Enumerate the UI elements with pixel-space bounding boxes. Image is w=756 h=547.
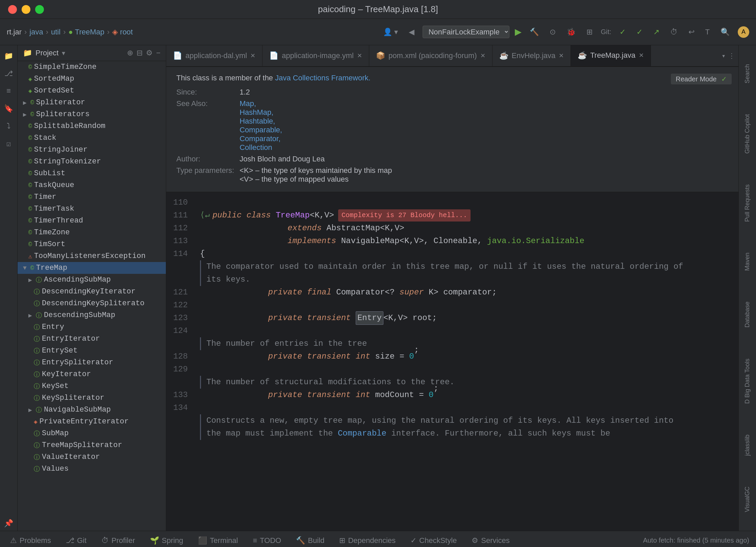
tree-item[interactable]: ⓘKeyIterator xyxy=(18,368,166,380)
tab-close-icon2[interactable]: ✕ xyxy=(357,52,362,59)
git-tick-button[interactable]: ✓ xyxy=(634,26,645,38)
tree-item[interactable]: ©TimerTask xyxy=(18,203,166,215)
sidebar-collapse-icon[interactable]: ⊟ xyxy=(136,49,143,57)
side-jclasslib-label[interactable]: jclasslib xyxy=(742,431,752,459)
coverage-button[interactable]: ⊙ xyxy=(547,26,558,38)
tab-treemap[interactable]: ☕ TreeMap.java ✕ xyxy=(571,45,651,66)
tree-item[interactable]: ▶ⓘNavigableSubMap xyxy=(18,404,166,416)
link-hashtable[interactable]: Hashtable, xyxy=(240,117,275,125)
tree-item[interactable]: ©SplittableRandom xyxy=(18,120,166,132)
activity-project[interactable]: 📁 xyxy=(1,49,16,63)
tree-item[interactable]: ©Stack xyxy=(18,132,166,144)
tab-application-dal[interactable]: 📄 application-dal.yml ✕ xyxy=(166,45,262,66)
tree-item[interactable]: ⓘSubMap xyxy=(18,427,166,439)
tree-item[interactable]: ⓘKeySet xyxy=(18,380,166,392)
services-button[interactable]: ⚙ Services xyxy=(468,535,513,546)
build-bottom-button[interactable]: 🔨 Build xyxy=(293,535,328,546)
tree-item[interactable]: ⓘTreeMapSpliterator xyxy=(18,439,166,451)
tree-item[interactable]: ⓘDescendingKeyIterator xyxy=(18,286,166,297)
tab-close-icon3[interactable]: ✕ xyxy=(480,52,485,59)
tab-overflow-icon[interactable]: ▾ xyxy=(722,52,726,60)
breadcrumb-jar[interactable]: rt.jar xyxy=(7,28,22,36)
dependencies-button[interactable]: ⊞ Dependencies xyxy=(336,535,399,546)
todo-button[interactable]: ≡ TODO xyxy=(249,535,284,546)
run-config-dropdown[interactable]: NonFairLockExample xyxy=(423,26,509,38)
minimize-button[interactable] xyxy=(22,5,30,14)
side-visualgc-label[interactable]: VisualGC xyxy=(742,483,752,516)
link-hashmap[interactable]: HashMap, xyxy=(240,108,273,116)
tree-item[interactable]: ©TimSort xyxy=(18,238,166,250)
tree-item[interactable]: ◈SortedSet xyxy=(18,85,166,97)
maximize-button[interactable] xyxy=(35,5,44,14)
activity-git[interactable]: ⎇ xyxy=(1,66,16,81)
link-comparable[interactable]: Comparable, xyxy=(240,126,282,134)
tree-item[interactable]: ©SubList xyxy=(18,167,166,179)
spring-button[interactable]: 🌱 Spring xyxy=(147,535,187,546)
link-collection[interactable]: Collection xyxy=(240,143,272,152)
tree-item-entry[interactable]: ⓘEntry xyxy=(18,321,166,333)
link-map[interactable]: Map, xyxy=(240,99,256,108)
tree-item[interactable]: ©TaskQueue xyxy=(18,179,166,191)
problems-button[interactable]: ⚠ Problems xyxy=(7,535,54,546)
side-search-label[interactable]: Search xyxy=(742,61,752,87)
search-top-button[interactable]: 🔍 xyxy=(718,26,732,38)
tree-item[interactable]: ◈PrivateEntryIterator xyxy=(18,416,166,427)
side-pullreq-label[interactable]: Pull Requests xyxy=(742,181,752,225)
tab-more-icon[interactable]: ⋮ xyxy=(728,52,735,60)
link-comparator[interactable]: Comparator, xyxy=(240,134,280,143)
tree-item[interactable]: ⓘEntrySpliterator xyxy=(18,357,166,368)
tab-application-image[interactable]: 📄 application-image.yml ✕ xyxy=(262,45,369,66)
run-button[interactable]: ▶ xyxy=(515,27,522,37)
tab-pom[interactable]: 📦 pom.xml (paicoding-forum) ✕ xyxy=(369,45,493,66)
doc-link-framework[interactable]: Java Collections Framework. xyxy=(275,74,370,82)
debug-button[interactable]: 🐞 xyxy=(564,26,578,38)
tree-item[interactable]: ⓘEntrySet xyxy=(18,345,166,357)
tree-item[interactable]: ©Timer xyxy=(18,191,166,203)
activity-structure[interactable]: ≡ xyxy=(1,84,16,99)
breadcrumb-java[interactable]: java xyxy=(29,28,43,36)
tree-item-treemap[interactable]: ▼©TreeMap xyxy=(18,262,166,274)
sidebar-minus-icon[interactable]: − xyxy=(156,49,160,57)
sidebar-settings-icon[interactable]: ⚙ xyxy=(146,49,153,57)
tab-close-icon[interactable]: ✕ xyxy=(250,52,255,59)
tree-item[interactable]: ⓘValueIterator xyxy=(18,451,166,463)
activity-bookmark[interactable]: 🔖 xyxy=(1,101,16,116)
tree-item[interactable]: ⓘValues xyxy=(18,463,166,475)
build-button[interactable]: 🔨 xyxy=(527,26,541,38)
more-run-button[interactable]: ⊞ xyxy=(584,26,595,38)
tab-close-icon4[interactable]: ✕ xyxy=(559,52,564,59)
git-push-button[interactable]: ↗ xyxy=(651,26,662,38)
tree-item[interactable]: ◈SortedMap xyxy=(18,73,166,85)
breadcrumb-treemap[interactable]: ● TreeMap xyxy=(68,28,104,36)
side-maven-label[interactable]: Maven xyxy=(742,249,752,274)
activity-bookmarks-bottom[interactable]: 📌 xyxy=(1,516,16,531)
git-bottom-button[interactable]: ⎇ Git xyxy=(62,535,90,546)
activity-pullreq[interactable]: ⤵ xyxy=(1,119,16,134)
tree-item[interactable]: ▶ⓘDescendingSubMap xyxy=(18,309,166,321)
code-content[interactable]: ⟨↵ public class TreeMap<K,V> Complexity … xyxy=(193,192,738,531)
translate-button[interactable]: T xyxy=(703,26,712,38)
reader-mode-button[interactable]: Reader Mode ✓ xyxy=(671,74,732,84)
activity-todo[interactable]: ☑ xyxy=(1,136,16,151)
checkstyle-button[interactable]: ✓ CheckStyle xyxy=(407,535,460,546)
tree-item[interactable]: ©SimpleTimeZone xyxy=(18,61,166,73)
tree-item[interactable]: ©StringJoiner xyxy=(18,144,166,156)
sidebar-new-file-icon[interactable]: ⊕ xyxy=(127,49,133,57)
back-button[interactable]: ◀ xyxy=(406,26,417,38)
tree-item[interactable]: ©StringTokenizer xyxy=(18,156,166,167)
side-bigdata-label[interactable]: D Big Data Tools xyxy=(742,355,752,407)
tab-envhelp[interactable]: ☕ EnvHelp.java ✕ xyxy=(493,45,571,66)
tree-item[interactable]: ⚠TooManyListenersException xyxy=(18,250,166,262)
terminal-button[interactable]: ⬛ Terminal xyxy=(195,535,241,546)
tree-item[interactable]: ▶ⓘAscendingSubMap xyxy=(18,274,166,286)
tree-item[interactable]: ©TimeZone xyxy=(18,227,166,238)
git-history-button[interactable]: ⏱ xyxy=(667,26,680,38)
git-check-button[interactable]: ✓ xyxy=(617,26,628,38)
breadcrumb-util[interactable]: util xyxy=(51,28,60,36)
breadcrumb-root[interactable]: ◈ root xyxy=(112,28,133,36)
vcs-button[interactable]: 👤 ▾ xyxy=(380,26,401,38)
sidebar-dropdown-icon[interactable]: ▾ xyxy=(62,49,65,57)
tree-item[interactable]: ▶©Spliterator xyxy=(18,97,166,108)
tree-item[interactable]: ⓘEntryIterator xyxy=(18,333,166,345)
git-revert-button[interactable]: ↩ xyxy=(686,26,697,38)
